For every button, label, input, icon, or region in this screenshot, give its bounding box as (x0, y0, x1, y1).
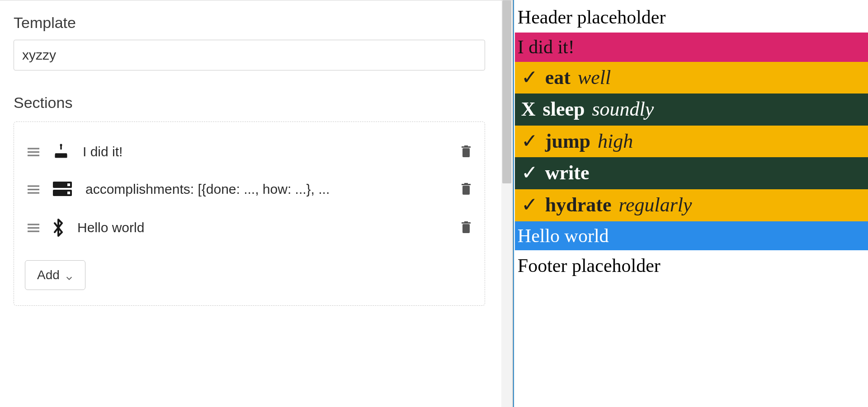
trash-icon[interactable] (461, 145, 471, 158)
svg-rect-9 (28, 185, 39, 187)
svg-rect-19 (28, 224, 39, 225)
drag-handle-icon[interactable] (28, 147, 39, 157)
svg-rect-16 (462, 186, 470, 195)
x-mark-icon (521, 98, 536, 121)
svg-rect-1 (28, 151, 39, 153)
drag-handle-icon[interactable] (28, 184, 39, 194)
svg-rect-10 (28, 189, 39, 190)
check-mark-icon (521, 162, 538, 185)
accomplishment-how: high (598, 130, 633, 153)
svg-rect-24 (464, 221, 468, 223)
svg-rect-18 (464, 183, 468, 184)
preview-blue-line: Hello world (515, 221, 868, 250)
add-section-label: Add (37, 268, 60, 282)
scrollbar-track[interactable] (501, 0, 512, 407)
template-input[interactable] (14, 40, 485, 70)
svg-rect-2 (28, 155, 39, 156)
editor-panel: Template Sections I did it!accomplishmen… (0, 0, 512, 407)
add-section-button[interactable]: Add (25, 260, 85, 290)
sections-field-label: Sections (14, 94, 485, 112)
section-row[interactable]: accomplishments: [{done: ..., how: ...},… (25, 171, 474, 208)
preview-footer: Footer placeholder (515, 250, 868, 280)
svg-rect-14 (67, 183, 70, 186)
check-mark-icon (521, 194, 538, 217)
accomplishment-how: well (578, 66, 611, 89)
svg-rect-11 (28, 192, 39, 194)
template-field-label: Template (14, 14, 485, 32)
check-mark-icon (521, 130, 538, 153)
chevron-down-icon (65, 271, 73, 279)
preview-panel: Header placeholder I did it! eatwellslee… (515, 0, 868, 407)
section-row[interactable]: I did it! (25, 133, 474, 171)
bluetooth-icon (52, 218, 65, 238)
svg-rect-4 (60, 146, 61, 150)
svg-rect-0 (28, 148, 39, 149)
svg-rect-8 (464, 145, 468, 147)
accomplishment-row: jumphigh (515, 126, 868, 158)
accomplishment-row: eatwell (515, 62, 868, 94)
svg-rect-20 (28, 227, 39, 229)
svg-point-5 (60, 144, 62, 146)
scrollbar-thumb[interactable] (502, 0, 511, 183)
svg-rect-6 (462, 148, 470, 157)
section-label: accomplishments: [{done: ..., how: ...},… (85, 182, 448, 197)
svg-rect-22 (462, 224, 470, 233)
accomplishment-row: write (515, 157, 868, 189)
cake-icon (52, 143, 70, 161)
datagroup-icon (52, 181, 73, 198)
accomplishment-title: hydrate (545, 194, 612, 217)
accomplishment-title: write (545, 162, 590, 185)
accomplishment-how: regularly (618, 194, 692, 217)
svg-rect-21 (28, 231, 39, 232)
accomplishment-how: soundly (592, 98, 654, 121)
section-row[interactable]: Hello world (25, 208, 474, 248)
preview-pink-line: I did it! (515, 33, 868, 61)
trash-icon[interactable] (461, 221, 471, 234)
svg-rect-15 (67, 192, 70, 194)
sections-area: Sections I did it!accomplishments: [{don… (14, 94, 485, 306)
accomplishment-row: hydrateregularly (515, 189, 868, 221)
accomplishment-title: eat (545, 66, 571, 89)
drag-handle-icon[interactable] (28, 223, 39, 233)
accomplishment-title: sleep (543, 98, 585, 121)
accomplishment-row: sleepsoundly (515, 94, 868, 126)
sections-list: I did it!accomplishments: [{done: ..., h… (14, 122, 485, 306)
accomplishment-title: jump (545, 130, 590, 153)
section-label: I did it! (83, 144, 448, 159)
trash-icon[interactable] (461, 183, 471, 196)
check-mark-icon (521, 66, 538, 89)
preview-header: Header placeholder (515, 0, 868, 33)
section-label: Hello world (77, 220, 448, 235)
editor-content: Template Sections I did it!accomplishmen… (14, 14, 499, 306)
